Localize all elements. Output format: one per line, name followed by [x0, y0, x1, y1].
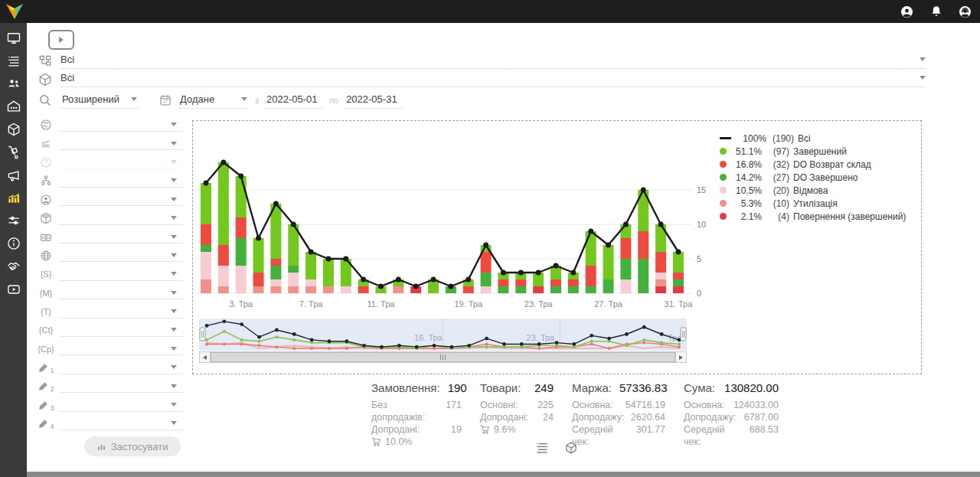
statistics-chart-icon — [6, 190, 21, 205]
filter-row-product-type[interactable] — [27, 209, 191, 227]
brand-logo-icon[interactable] — [5, 2, 24, 21]
search-mode-select[interactable]: Розширений — [60, 92, 139, 109]
apply-button[interactable]: Застосувати — [84, 436, 181, 456]
sidebar-item-warehouse[interactable] — [0, 95, 27, 118]
summary-stats: Замовлення:190 Без допродажів:171 Допрод… — [371, 381, 779, 448]
date-from-input[interactable]: 2022-05-01 — [265, 92, 323, 109]
legend-item[interactable]: 14.2% (27) DO Завершено — [720, 171, 917, 184]
user-account-icon[interactable] — [900, 5, 914, 19]
stat-value: 57336.83 — [619, 381, 668, 394]
legend-item[interactable]: 5.3% (10) Утилізація — [720, 197, 917, 210]
filter-row-utm-medium[interactable]: {M} — [27, 284, 191, 302]
help-video-button[interactable] — [48, 30, 74, 50]
filter-row-site[interactable] — [27, 247, 191, 265]
sidebar-item-orders[interactable] — [0, 50, 27, 73]
filter-row-utm-campaign[interactable]: {Cp} — [27, 340, 191, 358]
stat-sub-label: Допродані: — [480, 411, 528, 423]
orders-stacked-chart[interactable]: 0510153. Тра7. Тра11. Тра19. Тра23. Тра2… — [196, 129, 714, 319]
scroll-left-button[interactable] — [199, 351, 211, 363]
legend-item[interactable]: 10.5% (20) Відмова — [720, 184, 917, 197]
product-select[interactable]: Всі — [60, 72, 926, 87]
legend-item[interactable]: 2.1% (4) Повернення (завершений) — [720, 210, 917, 223]
pencil-3-icon: 3 — [38, 397, 54, 413]
stat-sub-value: 24 — [543, 411, 554, 423]
filter-row-utm-term[interactable]: {T} — [27, 302, 191, 321]
stat-sub-label: Основні: — [480, 399, 518, 411]
filter-row-custom-4[interactable]: 4 — [27, 414, 191, 433]
stat-sub-label: Середній чек: — [684, 423, 743, 448]
filter-row-custom-2[interactable]: 2 — [27, 377, 191, 395]
legend-dot-swatch — [720, 174, 727, 181]
scrollbar-thumb[interactable] — [211, 352, 675, 362]
filter-panel: {S} {M} {T} {Ct} {Cp} 1 — [27, 116, 191, 433]
stat-sub-value: 688.53 — [750, 423, 779, 448]
arrow-left-icon — [203, 355, 207, 360]
bottom-scroll-strip[interactable] — [27, 472, 980, 477]
globe-icon — [38, 117, 54, 132]
svg-text:10: 10 — [697, 220, 706, 229]
stat-sub-value: 124033.00 — [733, 399, 779, 411]
stat-sub-label: Допродажу: — [684, 411, 736, 423]
filter-row-utm-source[interactable]: {S} — [27, 265, 191, 283]
group-by-status-button[interactable] — [534, 439, 550, 456]
arrow-right-icon — [679, 355, 683, 360]
filter-row-custom-3[interactable]: 3 — [27, 396, 191, 414]
chevron-down-icon — [171, 347, 177, 351]
filter-row-structure[interactable] — [27, 172, 191, 190]
date-field-select[interactable]: Додане — [178, 92, 249, 109]
search-icon[interactable] — [38, 93, 53, 108]
filter-row-question[interactable] — [27, 153, 191, 172]
sidebar-item-video[interactable] — [0, 278, 27, 301]
legend-item[interactable]: 51.1% (97) Завершений — [720, 145, 917, 158]
info-icon — [6, 236, 21, 251]
filter-row-country[interactable] — [27, 116, 191, 134]
filter-row-utm-content[interactable]: {Ct} — [27, 321, 191, 339]
video-tutorials-icon — [6, 282, 21, 297]
sidebar-item-products[interactable] — [0, 118, 27, 141]
scrollbar-track[interactable] — [211, 351, 675, 363]
mini-chart-icon — [96, 442, 106, 451]
svg-text:0: 0 — [697, 289, 701, 298]
settings-sliders-icon — [6, 213, 21, 228]
order-status-group-select[interactable]: Всі — [60, 54, 926, 69]
clients-icon — [6, 76, 21, 91]
sidebar-item-clients[interactable] — [0, 73, 27, 96]
group-by-product-button[interactable] — [563, 439, 580, 456]
date-to-label: по — [329, 96, 338, 105]
legend-count: (190) — [766, 133, 794, 144]
legend-label: Утилізація — [793, 198, 838, 209]
scroll-right-button[interactable] — [675, 351, 687, 363]
sidebar-item-marketing[interactable] — [0, 164, 27, 187]
sidebar-item-partners[interactable] — [0, 255, 27, 278]
statuses-tree-icon — [38, 54, 53, 69]
sidebar-item-info[interactable] — [0, 232, 27, 255]
legend-item[interactable]: 16.8% (32) DO Возврат склад — [720, 158, 917, 171]
products-box-icon — [6, 122, 21, 137]
chart-card: 0510153. Тра7. Тра11. Тра19. Тра23. Тра2… — [192, 120, 922, 374]
chart-navigator[interactable]: 16. Тра23. ТраТра — [199, 319, 687, 351]
upsell-percent: 9.6% — [494, 423, 516, 436]
filter-row-custom-1[interactable]: 1 — [27, 358, 191, 377]
chevron-down-icon — [171, 421, 177, 425]
chevron-down-icon — [920, 76, 926, 80]
stat-sub-value: 6787.00 — [744, 411, 779, 423]
sidebar-item-monitor[interactable] — [0, 27, 27, 50]
filter-row-ramp[interactable] — [27, 134, 191, 152]
support-headset-icon[interactable] — [958, 5, 972, 19]
svg-text:16. Тра: 16. Тра — [414, 333, 443, 342]
svg-text:11. Тра: 11. Тра — [368, 299, 396, 309]
stat-value: 190 — [448, 381, 467, 394]
sidebar-item-statistics[interactable] — [0, 187, 27, 210]
sidebar-item-delivery[interactable] — [0, 141, 27, 164]
product-box-icon — [564, 441, 578, 455]
sidebar-item-settings[interactable] — [0, 209, 27, 232]
stat-sum: Сума:130820.00 Основна:124033.00 Допрода… — [684, 381, 779, 448]
filter-row-manager[interactable] — [27, 191, 191, 209]
svg-text:23. Тра: 23. Тра — [527, 333, 556, 342]
filter-row-payment[interactable] — [27, 227, 191, 246]
stat-sub-label: Допродані: — [371, 423, 420, 436]
notifications-bell-icon[interactable] — [929, 5, 943, 19]
calendar-icon[interactable]: 17 — [158, 93, 172, 107]
legend-item[interactable]: 100% (190) Всі — [720, 132, 917, 145]
date-to-input[interactable]: 2022-05-31 — [345, 92, 403, 109]
